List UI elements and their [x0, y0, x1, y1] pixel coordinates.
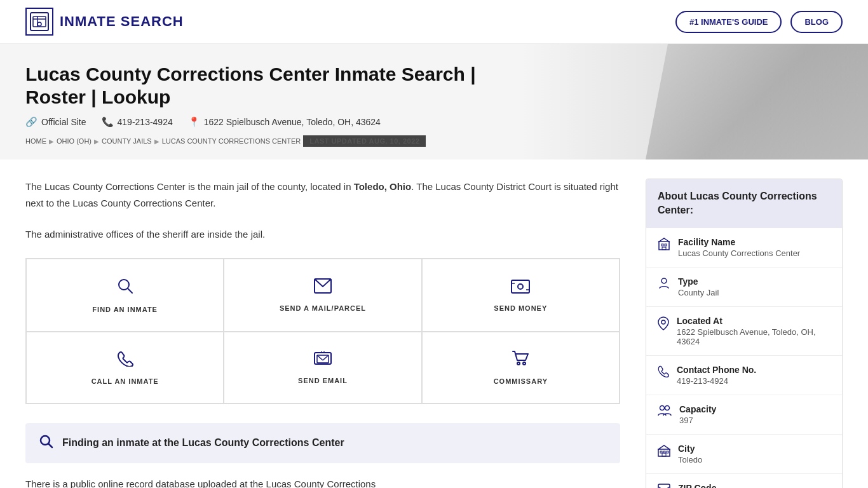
section-box: Finding an inmate at the Lucas County Co… — [25, 423, 620, 463]
svg-point-27 — [661, 320, 665, 324]
page-title: Lucas County Corrections Center Inmate S… — [25, 63, 534, 109]
last-updated-badge: LAST UPDATED AUG. 10, 2022 — [303, 135, 426, 147]
main-content: The Lucas County Corrections Center is t… — [25, 179, 646, 488]
logo-area: INMATE SEARCH — [25, 8, 184, 36]
city-content: City Toledo — [678, 444, 702, 464]
sidebar-card: About Lucas County Corrections Center: F… — [646, 179, 843, 488]
send-email-cell[interactable]: SEND EMAIL — [224, 332, 421, 403]
find-inmate-label: FIND AN INMATE — [92, 306, 158, 313]
phone-label: Contact Phone No. — [677, 365, 756, 375]
svg-line-15 — [323, 355, 329, 360]
sidebar-location: Located At 1622 Spielbusch Avenue, Toled… — [646, 307, 842, 356]
link-icon: 🔗 — [25, 116, 37, 128]
find-inmate-cell[interactable]: FIND AN INMATE — [26, 259, 224, 332]
description-1: The Lucas County Corrections Center is t… — [25, 179, 620, 211]
breadcrumb: HOME ▶ OHIO (OH) ▶ COUNTY JAILS ▶ LUCAS … — [25, 135, 843, 147]
city-label: City — [678, 444, 702, 454]
svg-line-6 — [128, 288, 132, 293]
hero-banner: Lucas County Corrections Center Inmate S… — [0, 44, 868, 159]
send-money-label: SEND MONEY — [494, 304, 547, 312]
building-icon — [658, 238, 670, 254]
person-icon — [658, 277, 670, 293]
send-email-label: SEND EMAIL — [298, 377, 348, 384]
send-mail-label: SEND A MAIL/PARCEL — [280, 304, 366, 312]
inmates-guide-button[interactable]: #1 INMATE'S GUIDE — [675, 11, 782, 33]
type-value: County Jail — [678, 288, 719, 297]
breadcrumb-sep-1: ▶ — [49, 138, 54, 145]
svg-rect-24 — [665, 244, 667, 246]
svg-rect-23 — [661, 244, 663, 246]
phone-value: 419-213-4924 — [677, 376, 756, 386]
location-value: 1622 Spielbusch Avenue, Toledo, OH, 4362… — [677, 327, 831, 346]
action-grid: FIND AN INMATE SEND A MAIL/PARCEL — [25, 258, 620, 404]
facility-name-content: Facility Name Lucas County Corrections C… — [678, 237, 800, 258]
type-label: Type — [678, 276, 719, 287]
address-item: 📍 1622 Spielbusch Avenue, Toledo, OH, 43… — [188, 116, 381, 128]
send-money-cell[interactable]: SEND MONEY — [422, 259, 620, 332]
sidebar-zip: ZIP Code 43624 — [646, 474, 842, 488]
logo-icon — [25, 8, 53, 36]
capacity-value: 397 — [679, 416, 716, 425]
hero-meta: 🔗 Official Site 📞 419-213-4924 📍 1622 Sp… — [25, 116, 843, 128]
location-label: Located At — [677, 316, 831, 326]
mail-icon — [314, 278, 332, 298]
zip-label: ZIP Code — [678, 483, 716, 488]
phone-number: 419-213-4924 — [118, 117, 173, 127]
money-icon — [511, 278, 530, 298]
location-content: Located At 1622 Spielbusch Avenue, Toled… — [677, 316, 831, 346]
bold-location: Toledo, Ohio — [354, 181, 412, 192]
search-icon — [116, 277, 134, 299]
svg-rect-8 — [512, 280, 529, 293]
breadcrumb-sep-2: ▶ — [94, 138, 99, 145]
svg-rect-1 — [33, 17, 46, 27]
zip-content: ZIP Code 43624 — [678, 483, 716, 488]
sidebar-capacity: Capacity 397 — [646, 395, 842, 435]
official-site-link[interactable]: 🔗 Official Site — [25, 116, 86, 128]
phone-icon: 📞 — [102, 116, 114, 128]
content-area: The Lucas County Corrections Center is t… — [0, 159, 868, 488]
phone-content: Contact Phone No. 419-213-4924 — [677, 365, 756, 386]
section-search-icon — [39, 435, 53, 452]
svg-point-4 — [37, 22, 41, 26]
address-text: 1622 Spielbusch Avenue, Toledo, OH, 4362… — [204, 117, 381, 127]
blog-button[interactable]: BLOG — [790, 11, 843, 33]
cart-icon — [512, 350, 529, 371]
pin-icon — [658, 316, 669, 334]
capacity-content: Capacity 397 — [679, 404, 716, 425]
svg-line-14 — [317, 355, 323, 360]
facility-name-label: Facility Name — [678, 237, 800, 247]
phone-call-icon — [117, 350, 133, 371]
svg-point-18 — [517, 362, 520, 365]
capacity-icon — [658, 405, 672, 419]
logo-text: INMATE SEARCH — [60, 13, 184, 30]
call-inmate-label: CALL AN INMATE — [92, 377, 159, 385]
header: INMATE SEARCH #1 INMATE'S GUIDE BLOG — [0, 0, 868, 44]
svg-point-19 — [523, 362, 526, 365]
phone-sidebar-icon — [658, 365, 669, 381]
zip-icon — [658, 484, 670, 488]
svg-rect-22 — [659, 241, 669, 250]
breadcrumb-home[interactable]: HOME — [25, 137, 46, 145]
commissary-cell[interactable]: COMMISSARY — [422, 332, 620, 403]
send-mail-cell[interactable]: SEND A MAIL/PARCEL — [224, 259, 421, 332]
email-icon — [314, 351, 332, 370]
breadcrumb-county-jails[interactable]: COUNTY JAILS — [102, 137, 152, 145]
location-icon: 📍 — [188, 116, 200, 128]
svg-point-9 — [518, 284, 523, 289]
facility-name-value: Lucas County Corrections Center — [678, 248, 800, 258]
sidebar-city: City Toledo — [646, 435, 842, 474]
sidebar-type: Type County Jail — [646, 268, 842, 307]
sidebar: About Lucas County Corrections Center: F… — [646, 179, 843, 488]
breadcrumb-current: LUCAS COUNTY CORRECTIONS CENTER — [162, 137, 301, 145]
breadcrumb-sep-3: ▶ — [154, 138, 159, 145]
official-site-label: Official Site — [41, 117, 86, 127]
section-box-title: Finding an inmate at the Lucas County Co… — [62, 437, 344, 449]
call-inmate-cell[interactable]: CALL AN INMATE — [26, 332, 224, 403]
phone-item: 📞 419-213-4924 — [102, 116, 173, 128]
svg-line-21 — [49, 444, 53, 447]
sidebar-phone: Contact Phone No. 419-213-4924 — [646, 356, 842, 395]
type-content: Type County Jail — [678, 276, 719, 297]
header-nav: #1 INMATE'S GUIDE BLOG — [675, 11, 843, 33]
breadcrumb-ohio[interactable]: OHIO (OH) — [57, 137, 92, 145]
commissary-label: COMMISSARY — [494, 377, 548, 385]
